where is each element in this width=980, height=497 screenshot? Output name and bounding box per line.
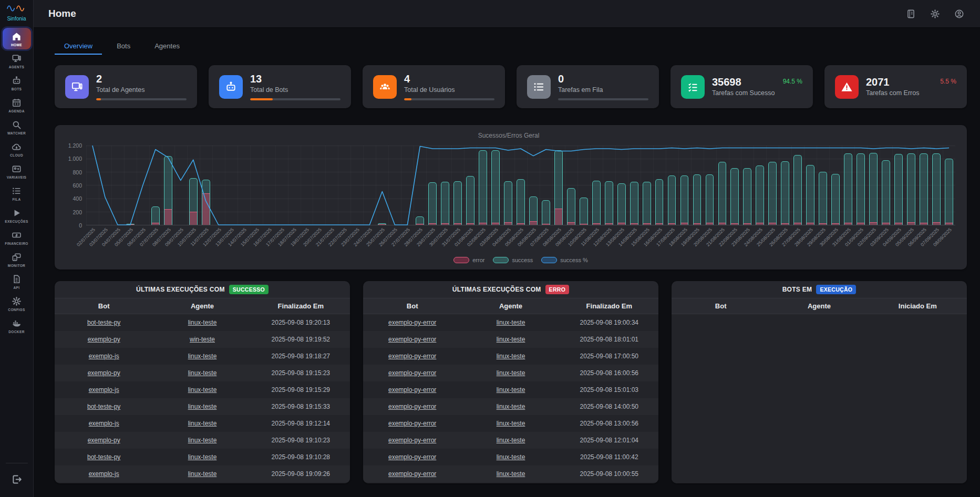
agent-link[interactable]: linux-teste xyxy=(497,386,525,394)
table-row: exemplo-py-error linux-teste 2025-09-08 … xyxy=(363,449,658,465)
settings-gear-icon[interactable] xyxy=(930,9,940,19)
sidebar-item-agenda[interactable]: AGENDA xyxy=(3,94,31,116)
table-row: exemplo-js linux-teste 2025-09-08 19:09:… xyxy=(55,465,350,482)
table-row: exemplo-py-error linux-teste 2025-09-08 … xyxy=(363,381,658,398)
queue-icon xyxy=(527,75,551,99)
bot-link[interactable]: exemplo-js xyxy=(89,420,119,427)
agent-link[interactable]: linux-teste xyxy=(188,453,217,461)
y-tick-label: 1.200 xyxy=(68,142,82,149)
agent-link[interactable]: linux-teste xyxy=(497,470,525,478)
agent-link[interactable]: linux-teste xyxy=(188,353,217,360)
agent-link[interactable]: linux-teste xyxy=(497,420,525,427)
bot-link[interactable]: exemplo-py-error xyxy=(388,336,436,343)
agent-link[interactable]: linux-teste xyxy=(497,353,525,360)
column-header: Agente xyxy=(770,302,868,310)
table-title: ÚLTIMAS EXECUÇÕES COM ERRO xyxy=(363,281,658,298)
bot-link[interactable]: exemplo-py-error xyxy=(388,470,436,478)
agent-link[interactable]: linux-teste xyxy=(497,437,525,444)
agent-link[interactable]: linux-teste xyxy=(188,403,217,410)
sidebar-item-docker[interactable]: DOCKER xyxy=(3,315,31,336)
agent-link[interactable]: linux-teste xyxy=(188,470,217,478)
logs-book-icon[interactable] xyxy=(906,9,916,19)
bot-link[interactable]: exemplo-py xyxy=(88,369,120,377)
topbar-icons xyxy=(906,9,964,19)
timestamp-cell: 2025-09-08 17:00:50 xyxy=(560,353,658,360)
bot-link[interactable]: exemplo-py-error xyxy=(388,386,436,394)
column-header: Agente xyxy=(153,302,251,310)
agent-link[interactable]: linux-teste xyxy=(188,420,217,427)
bot-link[interactable]: exemplo-py xyxy=(88,437,120,444)
agent-link[interactable]: linux-teste xyxy=(188,319,217,326)
tab-bots[interactable]: Bots xyxy=(107,37,140,55)
agent-link[interactable]: linux-teste xyxy=(188,437,217,444)
sidebar-item-execucoes[interactable]: EXECUÇÕES xyxy=(3,204,31,226)
agents-icon xyxy=(65,75,89,99)
sidebar-item-home[interactable]: HOME xyxy=(3,28,31,49)
y-tick-label: 600 xyxy=(73,182,82,189)
agent-link[interactable]: linux-teste xyxy=(497,336,525,343)
bot-link[interactable]: exemplo-py-error xyxy=(388,319,436,326)
legend-swatch xyxy=(493,257,509,263)
bot-link[interactable]: exemplo-py-error xyxy=(388,353,436,360)
bot-link[interactable]: exemplo-py-error xyxy=(388,420,436,427)
bot-link[interactable]: exemplo-py-error xyxy=(388,437,436,444)
table-row: exemplo-py-error linux-teste 2025-09-08 … xyxy=(363,348,658,365)
sidebar-item-api[interactable]: API xyxy=(3,271,31,292)
sidebar-item-cloud[interactable]: CLOUD xyxy=(3,138,31,160)
agent-link[interactable]: linux-teste xyxy=(188,369,217,377)
cloud-icon xyxy=(12,142,22,152)
bot-link[interactable]: exemplo-py-error xyxy=(388,453,436,461)
app-logo[interactable]: Sinfonia xyxy=(7,4,27,22)
tab-overview[interactable]: Overview xyxy=(55,37,102,55)
logout-button[interactable] xyxy=(9,472,24,489)
bot-link[interactable]: exemplo-js xyxy=(89,470,119,478)
bot-link[interactable]: exemplo-js xyxy=(89,386,119,394)
bot-link[interactable]: exemplo-py xyxy=(88,336,120,343)
agent-link[interactable]: linux-teste xyxy=(188,386,217,394)
sidebar-item-agents[interactable]: AGENTS xyxy=(3,50,31,71)
chart-y-axis: 1.2001.0008006004002000 xyxy=(62,146,86,225)
timestamp-cell: 2025-09-08 10:00:55 xyxy=(560,470,658,478)
sidebar-item-label: CONFIGS xyxy=(8,308,25,312)
tab-agentes[interactable]: Agentes xyxy=(145,37,189,55)
stat-value: 2071 xyxy=(866,77,890,88)
sidebar-item-label: HOME xyxy=(11,43,22,47)
stat-progress-bar xyxy=(96,98,187,100)
sidebar-item-monitor[interactable]: MONITOR xyxy=(3,248,31,270)
table-title: ÚLTIMAS EXECUÇÕES COM SUCCESSO xyxy=(55,281,350,298)
sidebar-item-configs[interactable]: CONFIGS xyxy=(3,293,31,314)
stat-label: Total de Agentes xyxy=(96,86,187,94)
sidebar-item-watcher[interactable]: WATCHER xyxy=(3,116,31,138)
sidebar-item-bots[interactable]: BOTS xyxy=(3,72,31,94)
queue-icon xyxy=(12,186,22,196)
bot-link[interactable]: exemplo-py-error xyxy=(388,369,436,377)
home-icon xyxy=(12,32,22,42)
column-header: Iniciado Em xyxy=(869,302,967,310)
user-profile-icon[interactable] xyxy=(954,9,964,19)
stat-card-tarefas-em-fila: 0 Tarefas em Fila xyxy=(517,65,659,108)
agent-link[interactable]: win-teste xyxy=(190,336,215,343)
sidebar-item-financeiro[interactable]: FINANCEIRO xyxy=(3,226,31,248)
sidebar-item-label: EXECUÇÕES xyxy=(5,220,28,223)
bot-link[interactable]: exemplo-js xyxy=(89,353,119,360)
sidebar-item-fila[interactable]: FILA xyxy=(3,182,31,204)
stat-label: Tarefas com Erros xyxy=(866,89,956,97)
timestamp-cell: 2025-09-08 14:00:50 xyxy=(560,403,658,410)
agent-link[interactable]: linux-teste xyxy=(497,453,525,461)
agent-link[interactable]: linux-teste xyxy=(497,319,525,326)
agent-link[interactable]: linux-teste xyxy=(497,403,525,410)
sidebar-item-variaveis[interactable]: VARIAVEIS xyxy=(3,160,31,182)
bot-link[interactable]: bot-teste-py xyxy=(87,403,120,410)
stat-progress-bar xyxy=(558,98,648,100)
stat-card-total-de-usuarios: 4 Total de Usuários xyxy=(363,65,505,108)
stat-card-tarefas-com-erros: 2071 5.5 % Tarefas com Erros xyxy=(824,65,967,108)
page-title: Home xyxy=(48,8,76,19)
agent-link[interactable]: linux-teste xyxy=(497,369,525,377)
chart-plot-area xyxy=(86,146,955,225)
bot-link[interactable]: bot-teste-py xyxy=(87,453,120,461)
bot-link[interactable]: exemplo-py-error xyxy=(388,403,436,410)
stat-card-total-de-bots: 13 Total de Bots xyxy=(209,65,351,108)
table-row: exemplo-py-error linux-teste 2025-09-08 … xyxy=(363,432,658,449)
table-card-execucao: BOTS EM EXECUÇÃO BotAgenteIniciado Em xyxy=(672,281,967,483)
bot-link[interactable]: bot-teste-py xyxy=(87,319,120,326)
